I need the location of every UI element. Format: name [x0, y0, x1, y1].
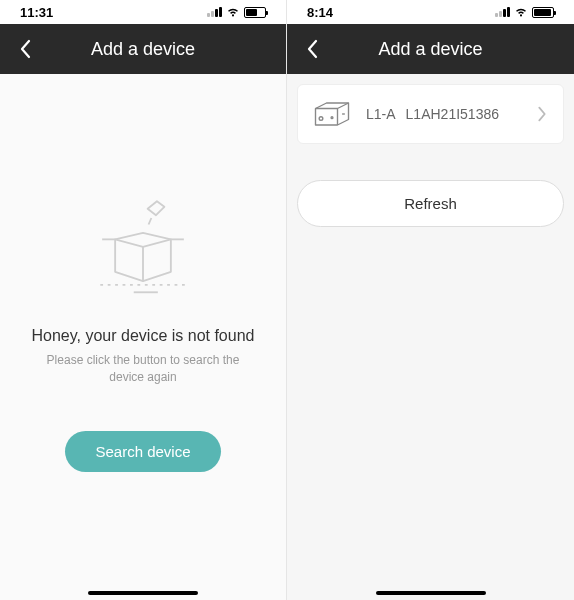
- device-serial: L1AH21I51386: [406, 106, 499, 122]
- status-bar: 11:31: [0, 0, 286, 24]
- cellular-signal-icon: [207, 7, 222, 17]
- battery-icon: [244, 7, 266, 18]
- home-indicator[interactable]: [88, 591, 198, 595]
- status-indicators: [207, 7, 266, 18]
- not-found-title: Honey, your device is not found: [32, 327, 255, 345]
- empty-box-illustration: [78, 189, 208, 299]
- page-title: Add a device: [287, 39, 574, 60]
- empty-state: Honey, your device is not found Please c…: [0, 74, 286, 600]
- back-button[interactable]: [10, 34, 40, 64]
- screen-header: Add a device: [287, 24, 574, 74]
- cellular-signal-icon: [495, 7, 510, 17]
- back-button[interactable]: [297, 34, 327, 64]
- status-indicators: [495, 7, 554, 18]
- svg-point-1: [331, 117, 333, 119]
- chevron-left-icon: [305, 39, 319, 59]
- wifi-icon: [226, 7, 240, 18]
- refresh-button[interactable]: Refresh: [297, 180, 564, 227]
- screen-header: Add a device: [0, 24, 286, 74]
- engraver-device-icon: [310, 99, 354, 129]
- not-found-subtitle: Please click the button to search the de…: [38, 352, 248, 386]
- status-bar: 8:14: [287, 0, 574, 24]
- home-indicator[interactable]: [376, 591, 486, 595]
- page-title: Add a device: [0, 39, 286, 60]
- status-time: 8:14: [307, 5, 333, 20]
- phone-screen-device-found: 8:14 Add a device: [287, 0, 574, 600]
- device-list: L1-A L1AH21I51386 Refresh: [287, 74, 574, 600]
- status-time: 11:31: [20, 5, 53, 20]
- wifi-icon: [514, 7, 528, 18]
- device-list-item[interactable]: L1-A L1AH21I51386: [297, 84, 564, 144]
- svg-point-0: [319, 117, 323, 121]
- chevron-right-icon: [533, 105, 551, 123]
- chevron-left-icon: [18, 39, 32, 59]
- battery-icon: [532, 7, 554, 18]
- device-model: L1-A: [366, 106, 396, 122]
- search-device-button[interactable]: Search device: [65, 431, 220, 472]
- phone-screen-not-found: 11:31 Add a device: [0, 0, 287, 600]
